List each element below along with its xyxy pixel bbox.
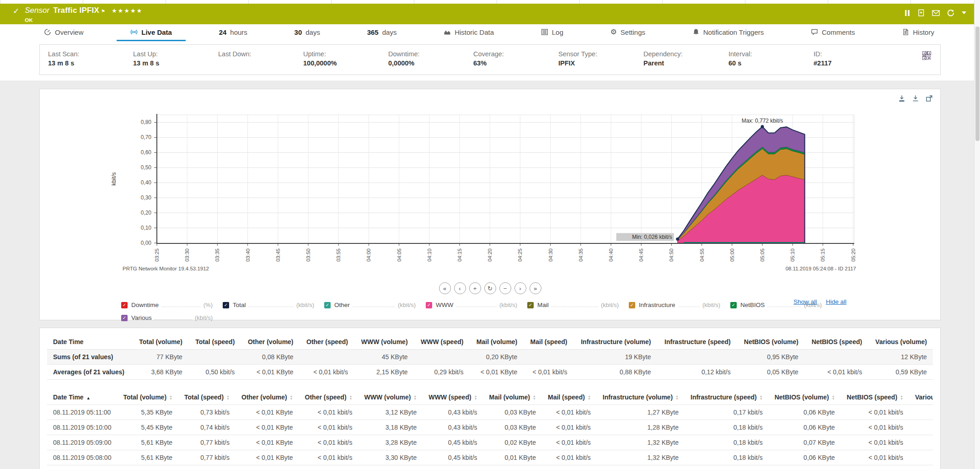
sort-both-icon: ▲▼ (900, 395, 903, 400)
sortable-column-header[interactable]: Other (speed)▲▼ (299, 390, 359, 405)
sortable-column-header[interactable]: Various (volume)▲▼ (909, 390, 933, 405)
svg-text:04:30: 04:30 (548, 248, 553, 262)
top-clipped-row (0, 0, 980, 4)
legend-checkbox-www[interactable]: ✓ (426, 302, 432, 308)
scrollbar-thumb[interactable] (975, 27, 980, 141)
sort-both-icon: ▲▼ (832, 395, 835, 400)
svg-text:04:35: 04:35 (578, 248, 584, 262)
svg-text:05:20: 05:20 (851, 248, 856, 262)
legend-item-other: ✓Other(kbit/s) (324, 302, 416, 308)
sort-both-icon: ▲▼ (588, 395, 591, 400)
sortable-column-header[interactable]: Total (volume)▲▼ (117, 390, 178, 405)
priority-stars[interactable]: ★★★★★ (112, 6, 143, 16)
legend-checkbox-infrastructure[interactable]: ✓ (629, 302, 635, 308)
graph-zoom-in-button[interactable]: + (469, 282, 481, 294)
table-row: 08.11.2019 05:08:005,61 KByte0,77 kbit/s… (47, 450, 933, 465)
sortable-column-header[interactable]: Date Time▲ (47, 390, 117, 405)
sortable-column-header[interactable]: NetBIOS (speed)▲▼ (841, 390, 909, 405)
graph-zoom-out-button[interactable]: − (499, 282, 511, 294)
tab-log[interactable]: Log (527, 24, 577, 41)
svg-text:05:00: 05:00 (729, 248, 735, 262)
sortable-column-header[interactable]: Infrastructure (volume)▲▼ (597, 390, 685, 405)
graph-refresh-button[interactable]: ↻ (484, 282, 496, 294)
legend-item-www: ✓WWW(kbit/s) (426, 302, 517, 308)
legend-checkbox-netbios[interactable]: ✓ (730, 302, 737, 308)
legend-checkbox-various[interactable]: ✓ (121, 315, 128, 321)
tab-notification-triggers[interactable]: Notification Triggers (679, 24, 778, 41)
gear-icon: ⚙ (610, 28, 616, 36)
tab-365-days[interactable]: 365days (353, 24, 411, 41)
report-icon[interactable] (918, 9, 925, 16)
sensor-type-label: Sensor (25, 6, 49, 15)
sort-both-icon: ▲▼ (290, 395, 293, 400)
legend-checkbox-downtime[interactable]: ✓ (121, 302, 128, 308)
svg-text:03:30: 03:30 (184, 248, 190, 262)
sortable-column-header[interactable]: Mail (speed)▲▼ (542, 390, 597, 405)
pause-icon[interactable] (904, 10, 910, 16)
legend-item-various: ✓Various(kbit/s) (121, 314, 213, 321)
page-scrollbar[interactable] (974, 0, 980, 469)
hide-all-link[interactable]: Hide all (826, 298, 846, 305)
svg-text:04:55: 04:55 (699, 248, 705, 262)
svg-text:Min: 0,026 kbit/s: Min: 0,026 kbit/s (632, 234, 672, 240)
svg-text:05:15: 05:15 (820, 248, 825, 262)
legend-checkbox-other[interactable]: ✓ (324, 302, 331, 308)
live-data-icon (130, 28, 138, 36)
status-last-up: Last Up:13 m 8 s (133, 50, 218, 69)
svg-text:04:40: 04:40 (608, 248, 614, 262)
chart-watermark: PRTG Network Monitor 19.4.53.1912 (123, 266, 209, 271)
tab-history[interactable]: History (888, 24, 948, 41)
tab-bar: Overview Live Data 24hours 30days 365day… (0, 24, 980, 41)
svg-text:04:00: 04:00 (366, 248, 371, 262)
show-all-link[interactable]: Show all (793, 298, 817, 305)
legend-checkbox-total[interactable]: ✓ (223, 302, 229, 308)
sortable-column-header[interactable]: Total (speed)▲▼ (178, 390, 236, 405)
chart-timestamp: 08.11.2019 05:24:08 - ID 2117 (786, 266, 856, 271)
tab-historic-data[interactable]: Historic Data (430, 24, 508, 41)
more-menu-caret-icon[interactable] (962, 11, 966, 14)
detail-table: Date Time▲Total (volume)▲▼Total (speed)▲… (47, 390, 933, 469)
status-uptime: Uptime:100,0000% (303, 50, 388, 69)
status-interval: Interval:60 s (728, 50, 814, 69)
svg-text:03:55: 03:55 (336, 248, 341, 262)
tab-comments[interactable]: Comments (797, 24, 869, 41)
graph-first-button[interactable]: « (439, 282, 451, 294)
sortable-column-header[interactable]: WWW (volume)▲▼ (358, 390, 423, 405)
svg-text:Max: 0,772 kbit/s: Max: 0,772 kbit/s (742, 118, 783, 124)
table-row: 08.11.2019 05:09:005,61 KByte0,77 kbit/s… (47, 435, 933, 450)
status-coverage: Coverage:63% (473, 50, 558, 69)
content-area: 0,000,100,200,300,400,500,600,700,8003:2… (0, 81, 980, 469)
flag-icon[interactable]: ⚑ (101, 7, 105, 16)
sensor-header: ✓ Sensor Traffic IPFIX ⚑ ★★★★★ OK (0, 4, 980, 24)
svg-text:0,80: 0,80 (141, 119, 152, 125)
summary-row: Averages (of 21 values)3,68 KByte0,50 kb… (47, 365, 933, 380)
graph-next-button[interactable]: › (514, 282, 526, 294)
svg-text:04:20: 04:20 (487, 248, 493, 262)
tab-settings[interactable]: ⚙ Settings (596, 24, 659, 41)
legend-item-downtime: ✓Downtime(%) (121, 302, 213, 308)
graph-prev-button[interactable]: ‹ (454, 282, 466, 294)
sortable-column-header[interactable]: Infrastructure (speed)▲▼ (685, 390, 769, 405)
tab-live-data[interactable]: Live Data (117, 24, 186, 41)
sortable-column-header[interactable]: Mail (volume)▲▼ (483, 390, 542, 405)
mail-icon[interactable] (932, 10, 940, 16)
sortable-column-header[interactable]: Other (volume)▲▼ (236, 390, 299, 405)
svg-text:04:50: 04:50 (669, 248, 674, 262)
sortable-column-header[interactable]: NetBIOS (volume)▲▼ (769, 390, 841, 405)
refresh-icon[interactable] (947, 9, 954, 16)
legend-checkbox-mail[interactable]: ✓ (527, 302, 534, 308)
table-row: 08.11.2019 05:10:005,45 KByte0,74 kbit/s… (47, 420, 933, 435)
tab-overview[interactable]: Overview (30, 24, 97, 41)
svg-text:0,10: 0,10 (141, 225, 152, 231)
svg-text:kbit/s: kbit/s (111, 172, 117, 185)
sortable-column-header[interactable]: WWW (speed)▲▼ (423, 390, 483, 405)
status-zone: Last Scan:13 m 8 s Last Up:13 m 8 s Last… (0, 41, 980, 81)
qr-code-icon[interactable] (922, 51, 931, 62)
tab-24-hours[interactable]: 24hours (205, 24, 261, 41)
graph-last-button[interactable]: » (530, 282, 541, 294)
svg-text:03:25: 03:25 (154, 248, 160, 262)
legend-item-mail: ✓Mail(kbit/s) (527, 302, 619, 308)
legend-item-infrastructure: ✓Infrastructure(kbit/s) (629, 302, 720, 308)
comment-icon (811, 28, 818, 36)
tab-30-days[interactable]: 30days (281, 24, 334, 41)
